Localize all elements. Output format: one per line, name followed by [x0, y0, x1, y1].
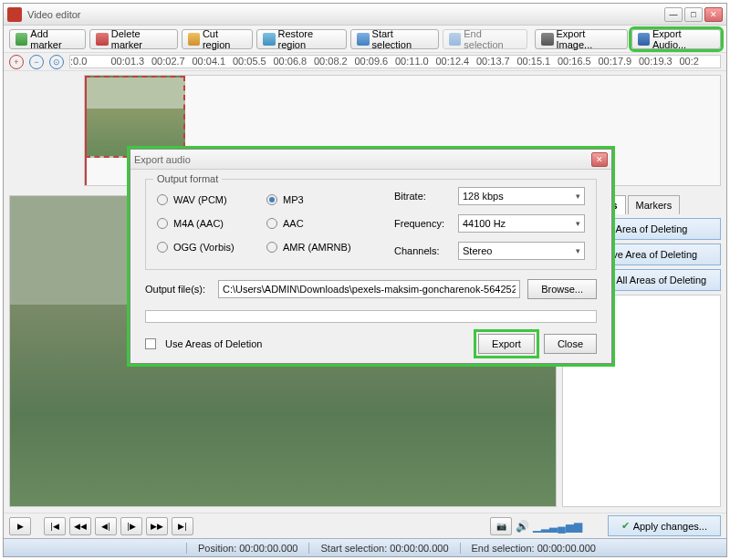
window-title: Video editor: [27, 9, 664, 20]
bitrate-label: Bitrate:: [394, 191, 451, 202]
snapshot-button[interactable]: 📷: [490, 517, 512, 535]
zoom-in-icon[interactable]: +: [9, 55, 24, 69]
status-start: Start selection: 00:00:00.000: [308, 543, 459, 554]
toolbar: Add marker Delete marker Cut region Rest…: [4, 26, 726, 53]
ruler-tick: 00:2: [680, 56, 721, 67]
forward-button[interactable]: ▶▶: [146, 517, 168, 535]
titlebar: Video editor — □ ✕: [4, 4, 726, 26]
browse-button[interactable]: Browse...: [527, 279, 597, 299]
dialog-titlebar: Export audio ✕: [130, 150, 611, 170]
end-selection-button: End selection: [443, 29, 527, 49]
add-marker-button[interactable]: Add marker: [9, 29, 86, 49]
ruler-tick: 00:15.1: [517, 56, 558, 67]
radio-amr[interactable]: AMR (AMRNB): [266, 242, 376, 253]
frequency-label: Frequency:: [394, 218, 451, 229]
fieldset-label: Output format: [153, 173, 222, 184]
goto-end-button[interactable]: ▶|: [172, 517, 193, 535]
ruler-tick: 00:04.1: [193, 56, 234, 67]
ruler-tick: 00:17.9: [599, 56, 640, 67]
status-bar: Position: 00:00:00.000 Start selection: …: [4, 538, 726, 556]
channels-label: Channels:: [394, 245, 451, 256]
ruler-tick: 00:16.5: [558, 56, 599, 67]
volume-bars[interactable]: ▁▂▃▄▅▆: [533, 520, 582, 533]
apply-label: Apply changes...: [633, 521, 707, 532]
ruler-tick: :0.0: [70, 56, 111, 67]
step-back-button[interactable]: ◀|: [95, 517, 117, 535]
zoom-out-icon[interactable]: −: [29, 55, 44, 69]
output-format-fieldset: Output format WAV (PCM) M4A (AAC) OGG (V…: [145, 179, 597, 270]
ruler-tick: 00:05.5: [233, 56, 274, 67]
status-end: End selection: 00:00:00.000: [460, 543, 607, 554]
playhead[interactable]: [85, 76, 87, 185]
frequency-combo[interactable]: 44100 Hz: [458, 214, 585, 233]
camera-icon: [541, 33, 553, 46]
dialog-title: Export audio: [134, 154, 591, 165]
use-areas-label: Use Areas of Deletion: [165, 338, 262, 349]
play-button[interactable]: ▶: [9, 517, 31, 535]
export-image-button[interactable]: Export Image...: [535, 29, 627, 49]
time-ruler[interactable]: :0.000:01.300:02.700:04.100:05.500:06.80…: [69, 55, 721, 68]
output-path-input[interactable]: [218, 280, 520, 298]
delete-marker-button[interactable]: Delete marker: [89, 29, 177, 49]
radio-ogg[interactable]: OGG (Vorbis): [157, 242, 266, 253]
tab-markers[interactable]: Markers: [628, 195, 681, 214]
ruler-tick: 00:01.3: [111, 56, 152, 67]
minus-icon: [96, 33, 108, 46]
maximize-button[interactable]: □: [684, 7, 703, 22]
restore-region-label: Restore region: [278, 28, 341, 50]
scissors-icon: [188, 33, 200, 46]
add-marker-label: Add marker: [30, 28, 79, 50]
end-selection-label: End selection: [464, 28, 521, 50]
zoom-fit-icon[interactable]: ⊙: [49, 55, 64, 69]
radio-mp3[interactable]: MP3: [266, 194, 376, 205]
ruler-row: + − ⊙ :0.000:01.300:02.700:04.100:05.500…: [4, 53, 726, 71]
cut-region-button[interactable]: Cut region: [182, 29, 254, 49]
delete-marker-label: Delete marker: [111, 28, 172, 50]
output-files-label: Output file(s):: [145, 284, 211, 295]
ruler-tick: 00:11.0: [395, 56, 436, 67]
channels-combo[interactable]: Stereo: [458, 242, 585, 260]
radio-wav[interactable]: WAV (PCM): [157, 194, 266, 205]
ruler-tick: 00:09.6: [355, 56, 396, 67]
close-button[interactable]: ✕: [704, 7, 723, 22]
export-audio-dialog: Export audio ✕ Output format WAV (PCM) M…: [130, 149, 612, 364]
apply-changes-button[interactable]: ✔Apply changes...: [608, 515, 721, 536]
dialog-close-button[interactable]: ✕: [591, 152, 608, 167]
minimize-button[interactable]: —: [664, 7, 683, 22]
start-selection-label: Start selection: [372, 28, 433, 50]
cut-region-label: Cut region: [203, 28, 246, 50]
close-dialog-button[interactable]: Close: [544, 334, 597, 354]
ruler-tick: 00:12.4: [436, 56, 477, 67]
step-fwd-button[interactable]: |▶: [120, 517, 142, 535]
restore-icon: [263, 33, 275, 46]
radio-m4a[interactable]: M4A (AAC): [157, 218, 266, 229]
ruler-tick: 00:08.2: [314, 56, 355, 67]
export-image-label: Export Image...: [557, 28, 621, 50]
export-button[interactable]: Export: [478, 334, 535, 354]
bracket-left-icon: [357, 33, 369, 46]
speaker-icon: [638, 33, 650, 46]
goto-start-button[interactable]: |◀: [44, 517, 66, 535]
export-audio-button[interactable]: Export Audio...: [631, 29, 721, 49]
start-selection-button[interactable]: Start selection: [350, 29, 439, 49]
playback-controls: ▶ |◀ ◀◀ ◀| |▶ ▶▶ ▶| 📷 🔊 ▁▂▃▄▅▆ ✔Apply ch…: [4, 513, 726, 538]
radio-aac[interactable]: AAC: [266, 218, 376, 229]
volume-icon[interactable]: 🔊: [516, 520, 529, 533]
export-audio-label: Export Audio...: [652, 28, 714, 50]
status-position: Position: 00:00:00.000: [186, 543, 308, 554]
export-progress: [145, 310, 597, 323]
ruler-tick: 00:19.3: [639, 56, 680, 67]
restore-region-button[interactable]: Restore region: [256, 29, 347, 49]
bitrate-combo[interactable]: 128 kbps: [458, 187, 585, 205]
rewind-button[interactable]: ◀◀: [69, 517, 91, 535]
ruler-tick: 00:13.7: [476, 56, 517, 67]
bracket-right-icon: [449, 33, 461, 46]
use-areas-checkbox[interactable]: [145, 338, 156, 349]
ruler-tick: 00:02.7: [151, 56, 193, 67]
plus-icon: [16, 33, 27, 46]
export-audio-dialog-highlight: Export audio ✕ Output format WAV (PCM) M…: [127, 146, 615, 367]
ruler-tick: 00:06.8: [274, 56, 315, 67]
app-icon: [7, 7, 22, 22]
